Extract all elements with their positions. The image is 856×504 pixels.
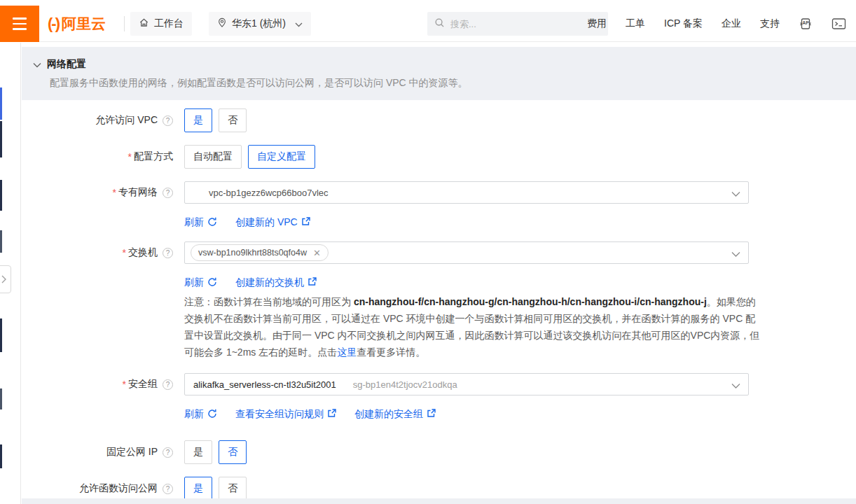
required-asterisk: * [123, 379, 126, 390]
underlying-page-edge [0, 121, 2, 158]
help-icon[interactable]: ? [163, 484, 173, 494]
chevron-down-icon [295, 18, 303, 29]
config-mode-auto-button[interactable]: 自动配置 [184, 145, 242, 169]
row-fixed-ip: 固定公网 IP ? 是 否 [22, 440, 856, 464]
footer-band [22, 498, 856, 504]
vswitch-links: 刷新 创建新的交换机 [22, 276, 856, 289]
topbar-divider [124, 16, 125, 31]
region-label: 华东1 (杭州) [232, 18, 286, 30]
allow-vpc-yes-button[interactable]: 是 [184, 108, 212, 132]
required-asterisk: * [128, 151, 132, 162]
config-mode-custom-button[interactable]: 自定义配置 [248, 145, 315, 169]
underlying-page-edge [0, 444, 2, 468]
note-details-link[interactable]: 这里 [337, 346, 357, 358]
help-icon[interactable]: ? [163, 379, 173, 390]
view-security-rules-label: 查看安全组访问规则 [235, 408, 324, 421]
row-allow-internet: 允许函数访问公网 ? 是 否 [22, 477, 856, 500]
fixed-ip-no-button[interactable]: 否 [219, 440, 247, 464]
home-icon [139, 18, 149, 30]
menu-item-support[interactable]: 支持 [760, 18, 780, 30]
vpc-select-value: vpc-bp1gezz6wcp66boo7vlec [209, 188, 329, 198]
vswitch-tag-label: vsw-bp1no9lkhrt88ts0qfo4w [198, 248, 307, 258]
create-vswitch-link[interactable]: 创建新的交换机 [235, 276, 317, 289]
region-selector[interactable]: 华东1 (杭州) [209, 12, 311, 36]
vpc-select[interactable]: vpc-bp1gezz6wcp66boo7vlec [184, 181, 749, 204]
aliyun-logo-text: 阿里云 [62, 14, 106, 34]
security-group-label: * 安全组 ? [22, 373, 173, 396]
fixed-ip-label-text: 固定公网 IP [106, 446, 158, 458]
create-security-group-label: 创建新的安全组 [354, 408, 423, 421]
allow-vpc-no-button[interactable]: 否 [219, 108, 247, 132]
aliyun-logo-mark: (-) [48, 15, 59, 33]
config-mode-label-text: 配置方式 [134, 150, 173, 163]
svg-text:AP: AP [802, 20, 809, 25]
top-navbar: (-) 阿里云 工作台 华东1 (杭州) [0, 6, 856, 42]
vswitch-select[interactable]: vsw-bp1no9lkhrt88ts0qfo4w ✕ [184, 241, 749, 264]
external-link-icon [301, 217, 310, 228]
vpc-label-text: 专有网络 [118, 186, 158, 199]
row-vpc: * 专有网络 ? vpc-bp1gezz6wcp66boo7vlec [22, 181, 856, 204]
help-icon[interactable]: ? [163, 188, 173, 198]
vswitch-label-text: 交换机 [128, 246, 158, 259]
section-title: 网络配置 [47, 58, 86, 71]
section-description: 配置服务中函数使用的网络，例如配置函数是否可以访问公网，是否可以访问 VPC 中… [50, 77, 839, 90]
chevron-down-icon [731, 189, 740, 200]
view-security-rules-link[interactable]: 查看安全组访问规则 [235, 408, 336, 421]
hamburger-menu-button[interactable] [0, 6, 39, 42]
underlying-page-edge [0, 180, 2, 211]
allow-internet-no-button[interactable]: 否 [219, 477, 247, 500]
search-input[interactable] [450, 19, 591, 29]
allow-vpc-label: 允许访问 VPC ? [22, 108, 173, 132]
external-link-icon [427, 409, 436, 420]
refresh-icon [207, 409, 217, 421]
vswitch-tag: vsw-bp1no9lkhrt88ts0qfo4w ✕ [191, 244, 329, 261]
vpc-refresh-link[interactable]: 刷新 [184, 216, 217, 229]
allow-internet-yes-button[interactable]: 是 [184, 477, 212, 500]
create-security-group-link[interactable]: 创建新的安全组 [354, 408, 436, 421]
config-mode-label: * 配置方式 [22, 145, 173, 169]
required-asterisk: * [113, 187, 116, 198]
search-icon [434, 18, 445, 31]
menu-item-tickets[interactable]: 工单 [626, 18, 645, 30]
chevron-down-icon [731, 249, 740, 260]
row-allow-vpc: 允许访问 VPC ? 是 否 [22, 108, 856, 132]
section-collapse-icon[interactable] [33, 58, 41, 71]
underlying-page-edge [0, 318, 2, 352]
workbench-label: 工作台 [154, 18, 184, 30]
vswitch-refresh-link[interactable]: 刷新 [184, 276, 217, 289]
network-config-form: 允许访问 VPC ? 是 否 * 配置方式 自动配置 自定义配置 * 专有网络 [22, 100, 856, 500]
aliyun-logo[interactable]: (-) 阿里云 [48, 6, 106, 42]
refresh-label: 刷新 [184, 408, 204, 421]
cloudshell-icon[interactable] [831, 18, 846, 30]
help-icon[interactable]: ? [163, 248, 173, 258]
help-icon[interactable]: ? [163, 115, 173, 126]
section-header: 网络配置 配置服务中函数使用的网络，例如配置函数是否可以访问公网，是否可以访问 … [22, 47, 856, 100]
create-vpc-link[interactable]: 创建新的 VPC [235, 216, 310, 229]
chevron-down-icon [731, 381, 740, 391]
allow-internet-label-text: 允许函数访问公网 [79, 482, 158, 495]
security-group-links: 刷新 查看安全组访问规则 创建新的安全组 [22, 408, 856, 421]
panel-expand-button[interactable] [0, 265, 11, 293]
vswitch-zone-note: 注意：函数计算在当前地域的可用区为 cn-hangzhou-f/cn-hangz… [184, 293, 764, 360]
menu-item-icp[interactable]: ICP 备案 [664, 18, 703, 30]
vswitch-label: * 交换机 ? [22, 241, 173, 264]
vpc-links: 刷新 创建新的 VPC [22, 216, 856, 229]
fixed-ip-yes-button[interactable]: 是 [184, 440, 212, 464]
row-vswitch: * 交换机 ? vsw-bp1no9lkhrt88ts0qfo4w ✕ [22, 241, 856, 264]
security-group-refresh-link[interactable]: 刷新 [184, 408, 217, 421]
underlying-page-edge [0, 230, 2, 253]
menu-item-enterprise[interactable]: 企业 [722, 18, 741, 30]
row-config-mode: * 配置方式 自动配置 自定义配置 [22, 145, 856, 169]
note-prefix: 注意：函数计算在当前地域的可用区为 [184, 296, 354, 307]
underlying-page-edge [0, 88, 2, 120]
api-icon[interactable]: AP [799, 17, 813, 31]
network-config-panel: 网络配置 配置服务中函数使用的网络，例如配置函数是否可以访问公网，是否可以访问 … [22, 43, 856, 504]
close-icon[interactable]: ✕ [313, 248, 321, 258]
help-icon[interactable]: ? [163, 447, 173, 458]
workbench-button[interactable]: 工作台 [130, 12, 192, 36]
security-group-select[interactable]: alikafka_serverless-cn-tl32u5it2001 sg-b… [184, 373, 749, 396]
note-zones: cn-hangzhou-f/cn-hangzhou-g/cn-hangzhou-… [354, 296, 707, 307]
external-link-icon [327, 409, 336, 420]
menu-item-billing[interactable]: 费用 [587, 18, 607, 30]
location-pin-icon [217, 18, 227, 30]
